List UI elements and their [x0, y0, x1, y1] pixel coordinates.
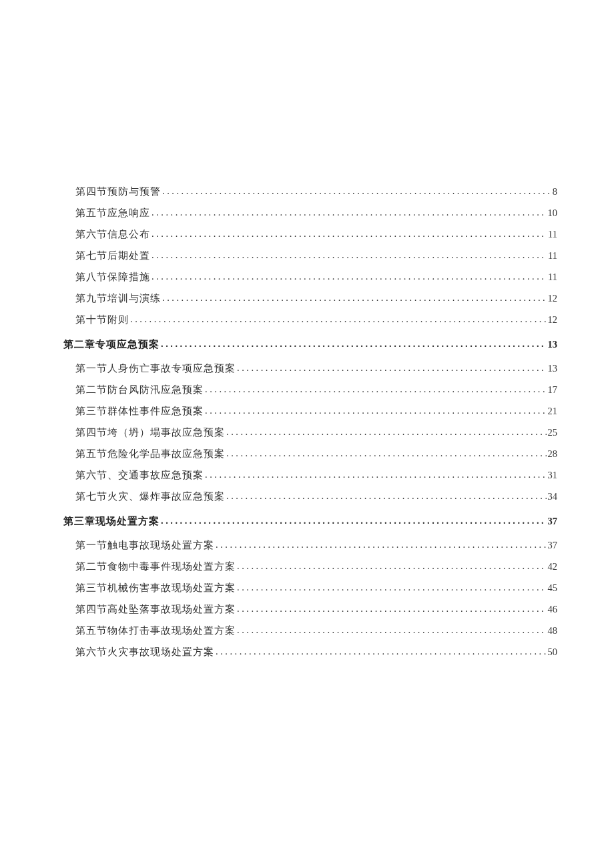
toc-entry-text: 第一节触电事故现场处置方案 — [75, 540, 214, 550]
toc-entry: 第七节火灾、爆炸事故应急预案 34 — [63, 492, 557, 502]
toc-dots — [205, 384, 547, 394]
toc-dots — [226, 491, 547, 501]
toc-chapter: 第三章现场处置方案 37 — [63, 516, 557, 526]
toc-entry: 第一节触电事故现场处置方案 37 — [63, 540, 557, 550]
toc-chapter: 第二章专项应急预案 13 — [63, 340, 557, 350]
toc-entry-text: 第三节群体性事件应急预案 — [75, 406, 204, 416]
toc-dots — [161, 516, 547, 526]
toc-entry: 第六节、交通事故应急预案 31 — [63, 470, 557, 480]
toc-entry-text: 第四节预防与预警 — [75, 187, 161, 197]
toc-page-number: 17 — [548, 385, 558, 395]
toc-entry-text: 第二节食物中毒事件现场处置方案 — [75, 562, 236, 572]
toc-entry: 第五节应急响应 10 — [63, 208, 557, 218]
toc-page-number: 50 — [548, 647, 558, 657]
toc-entry-text: 第六节火灾事故现场处置方案 — [75, 647, 214, 657]
toc-entry: 第六节火灾事故现场处置方案 50 — [63, 647, 557, 657]
toc-page-number: 8 — [553, 187, 557, 197]
toc-entry-text: 第三节机械伤害事故现场处置方案 — [75, 583, 236, 593]
toc-dots — [162, 186, 551, 196]
toc-page-number: 45 — [548, 583, 558, 593]
toc-dots — [151, 272, 547, 282]
toc-entry: 第九节培训与演练 12 — [63, 294, 557, 304]
toc-page-number: 31 — [548, 470, 558, 480]
toc-entry-text: 第一节人身伤亡事故专项应急预案 — [75, 364, 236, 374]
toc-entry: 第四节高处坠落事故现场处置方案 46 — [63, 604, 557, 614]
toc-page-number: 10 — [548, 208, 558, 218]
toc-entry-text: 第五节应急响应 — [75, 208, 150, 218]
toc-entry-text: 第七节火灾、爆炸事故应急预案 — [75, 492, 225, 502]
toc-page-number: 11 — [548, 251, 557, 261]
toc-entry: 第一节人身伤亡事故专项应急预案 13 — [63, 364, 557, 374]
toc-page-number: 13 — [548, 364, 558, 374]
toc-entry: 第五节危险化学品事故应急预案 28 — [63, 449, 557, 459]
toc-dots — [226, 448, 547, 458]
toc-entry-text: 第十节附则 — [75, 315, 129, 325]
toc-dots — [216, 540, 547, 550]
toc-dots — [205, 406, 547, 416]
toc-dots — [237, 625, 547, 635]
toc-page-number: 12 — [548, 294, 558, 304]
toc-dots — [151, 250, 547, 260]
toc-dots — [237, 561, 547, 571]
toc-entry-text: 第四节垮（坍）塌事故应急预案 — [75, 428, 225, 438]
toc-entry-text: 第五节危险化学品事故应急预案 — [75, 449, 225, 459]
toc-entry: 第五节物体打击事故现场处置方案 48 — [63, 626, 557, 636]
toc-page-number: 37 — [548, 540, 558, 550]
toc-entry: 第三节机械伤害事故现场处置方案 45 — [63, 583, 557, 593]
toc-entry: 第七节后期处置 11 — [63, 251, 557, 261]
toc-entry-text: 第六节信息公布 — [75, 230, 150, 240]
toc-page-number: 12 — [548, 315, 558, 325]
toc-entry: 第四节垮（坍）塌事故应急预案 25 — [63, 428, 557, 438]
toc-dots — [216, 646, 547, 657]
toc-page-number: 42 — [548, 562, 558, 572]
toc-page-number: 37 — [548, 516, 558, 526]
toc-entry: 第十节附则 12 — [63, 315, 557, 325]
toc-page-number: 28 — [548, 449, 558, 459]
toc-page-number: 34 — [548, 492, 558, 502]
toc-entry-text: 第九节培训与演练 — [75, 294, 161, 304]
toc-entry-text: 第六节、交通事故应急预案 — [75, 470, 204, 480]
toc-dots — [237, 363, 547, 373]
toc-entry-text: 第二节防台风防汛应急预案 — [75, 385, 204, 395]
toc-entry-text: 第三章现场处置方案 — [63, 516, 160, 526]
toc-page-number: 46 — [548, 604, 558, 614]
toc-entry: 第六节信息公布 11 — [63, 230, 557, 240]
toc-entry: 第二节食物中毒事件现场处置方案 42 — [63, 562, 557, 572]
toc-page-number: 48 — [548, 626, 558, 636]
toc-page-number: 11 — [548, 272, 557, 282]
toc-entry-text: 第八节保障措施 — [75, 272, 150, 282]
toc-dots — [161, 339, 547, 349]
toc-entry-text: 第二章专项应急预案 — [63, 340, 160, 350]
toc-page-number: 11 — [548, 230, 557, 240]
toc-dots — [151, 207, 547, 218]
toc-dots — [151, 229, 547, 239]
toc-entry-text: 第四节高处坠落事故现场处置方案 — [75, 604, 236, 614]
toc-dots — [237, 604, 547, 614]
toc-dots — [237, 582, 547, 592]
toc-page-number: 13 — [548, 340, 558, 350]
toc-page-number: 21 — [548, 406, 558, 416]
toc-dots — [162, 293, 547, 303]
table-of-contents: 第四节预防与预警 8 第五节应急响应 10 第六节信息公布 11 第七节后期处置… — [63, 187, 557, 657]
toc-entry: 第八节保障措施 11 — [63, 272, 557, 282]
toc-entry-text: 第七节后期处置 — [75, 251, 150, 261]
toc-dots — [130, 314, 547, 324]
toc-entry: 第二节防台风防汛应急预案 17 — [63, 385, 557, 395]
toc-dots — [226, 427, 547, 437]
toc-entry-text: 第五节物体打击事故现场处置方案 — [75, 626, 236, 636]
toc-dots — [205, 470, 547, 480]
toc-page-number: 25 — [548, 428, 558, 438]
toc-entry: 第三节群体性事件应急预案 21 — [63, 406, 557, 416]
toc-entry: 第四节预防与预警 8 — [63, 187, 557, 197]
